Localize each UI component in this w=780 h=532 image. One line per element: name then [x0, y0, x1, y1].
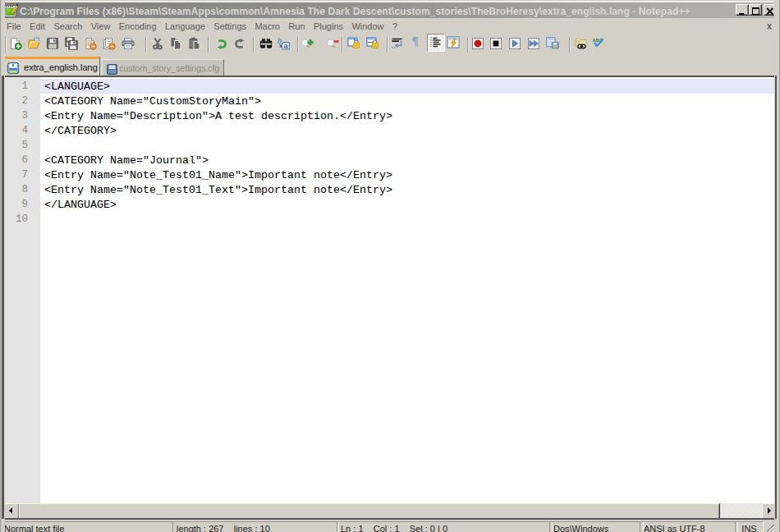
svg-text:a: a: [283, 41, 288, 50]
svg-text:b: b: [277, 37, 282, 45]
svg-text:¶: ¶: [412, 34, 419, 48]
